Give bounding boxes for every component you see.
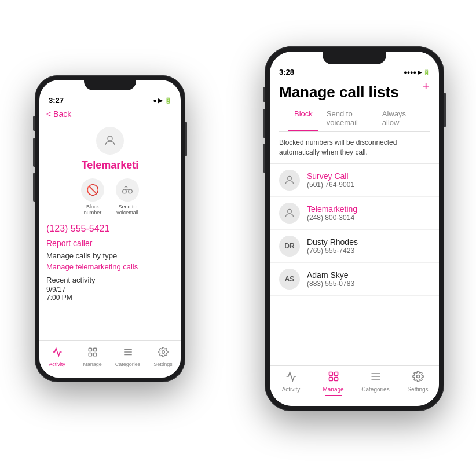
contact-name-adam: Adam Skye: [307, 270, 354, 280]
contact-row-telemarketing[interactable]: Telemarketing (248) 800-3014: [270, 197, 439, 230]
contact-name-back: Telemarketi: [82, 159, 139, 171]
settings-icon-front: [412, 371, 424, 385]
avatar-telemarketing: [279, 203, 300, 224]
svg-rect-5: [93, 348, 96, 351]
voicemail-icon: [116, 178, 139, 202]
tab-manage-back[interactable]: Manage: [75, 347, 110, 367]
contact-phone-dusty: (765) 555-7423: [307, 247, 358, 255]
settings-label-back: Settings: [153, 361, 173, 367]
manage-label-front: Manage: [323, 386, 343, 393]
tab-settings-back[interactable]: Settings: [145, 347, 181, 367]
svg-point-2: [129, 189, 133, 193]
tabs-row: Block Send to voicemail Always allow: [279, 106, 430, 132]
contact-info-dusty: Dusty Rhodes (765) 555-7423: [307, 237, 358, 255]
svg-point-1: [123, 189, 127, 193]
svg-rect-16: [329, 378, 332, 381]
voicemail-btn[interactable]: Send tovoicemail: [116, 178, 139, 215]
tab-categories-front[interactable]: Categories: [354, 371, 397, 393]
avatar-back: [96, 127, 124, 155]
activity-icon-back: [52, 347, 63, 360]
avatar-survey: [279, 170, 300, 191]
notice-text: Blocked numbers will be disconnected aut…: [270, 132, 439, 164]
recent-date: 9/9/17 7:00 PM: [46, 285, 72, 302]
time-back: 3:27: [49, 96, 64, 105]
activity-label-front: Activity: [282, 386, 301, 393]
svg-point-12: [288, 176, 292, 180]
tab-activity-back[interactable]: Activity: [39, 347, 75, 367]
status-icons-back: ● ▶ 🔋: [153, 97, 171, 104]
svg-point-13: [288, 209, 292, 213]
svg-point-21: [416, 375, 419, 378]
contact-phone-survey: (501) 764-9001: [307, 181, 354, 189]
tab-block[interactable]: Block: [288, 106, 318, 131]
categories-icon-front: [370, 371, 382, 385]
tab-categories-back[interactable]: Categories: [110, 347, 145, 367]
back-phone: 3:27 ● ▶ 🔋 < Back Telemarketi: [35, 75, 185, 382]
tab-always-allow[interactable]: Always allow: [376, 106, 418, 131]
settings-icon-back: [158, 347, 169, 360]
add-button[interactable]: +: [422, 79, 430, 94]
manage-icon-front: [328, 371, 339, 385]
front-phone: 3:28 ●●●● ▶ 🔋 + Manage call lists Block …: [265, 46, 444, 411]
time-front: 3:28: [279, 68, 294, 76]
svg-point-0: [108, 136, 112, 141]
svg-rect-17: [334, 378, 338, 381]
manage-icon-back: [87, 347, 98, 360]
avatar-dusty: DR: [279, 236, 300, 257]
contact-info-survey: Survey Call (501) 764-9001: [307, 171, 354, 189]
manage-active-indicator: [325, 395, 342, 396]
svg-rect-15: [334, 372, 338, 376]
svg-rect-7: [93, 353, 96, 356]
back-content: Telemarketi 🚫 Blocknumber: [39, 122, 181, 302]
tab-activity-front[interactable]: Activity: [270, 371, 312, 393]
svg-rect-6: [89, 353, 91, 356]
tab-bar-back: Activity Manage: [39, 340, 181, 378]
block-label: Blocknumber: [84, 204, 102, 215]
block-number-btn[interactable]: 🚫 Blocknumber: [81, 178, 104, 215]
svg-rect-14: [329, 372, 332, 376]
contact-name-dusty: Dusty Rhodes: [307, 237, 358, 247]
contact-row-survey[interactable]: Survey Call (501) 764-9001: [270, 164, 439, 197]
manage-type-label: Manage calls by type: [46, 251, 117, 260]
contact-name-telemarketing: Telemarketing: [307, 204, 357, 214]
tab-voicemail[interactable]: Send to voicemail: [321, 106, 374, 131]
categories-icon-back: [123, 347, 133, 360]
scene: 3:27 ● ▶ 🔋 < Back Telemarketi: [0, 0, 476, 476]
contact-phone-telemarketing: (248) 800-3014: [307, 214, 357, 222]
status-icons-front: ●●●● ▶ 🔋: [404, 69, 430, 75]
contact-row-adam[interactable]: AS Adam Skye (883) 555-0783: [270, 263, 439, 296]
avatar-adam: AS: [279, 269, 300, 290]
tab-bar-front: Activity Manage: [270, 365, 439, 406]
notch-back: [84, 80, 136, 90]
settings-label-front: Settings: [407, 386, 428, 393]
report-caller-link[interactable]: Report caller: [46, 239, 92, 248]
page-title: Manage call lists: [279, 83, 430, 101]
manage-label-back: Manage: [83, 361, 102, 367]
svg-rect-4: [89, 348, 91, 351]
notch-front: [323, 52, 386, 64]
back-nav: < Back: [39, 107, 181, 122]
contact-info-adam: Adam Skye (883) 555-0783: [307, 270, 354, 288]
page-header: + Manage call lists Block Send to voicem…: [270, 79, 439, 132]
activity-label-back: Activity: [49, 361, 65, 367]
manage-telemarketing-link[interactable]: Manage telemarketing calls: [46, 262, 138, 271]
contact-phone-adam: (883) 555-0783: [307, 280, 354, 288]
activity-icon-front: [285, 371, 297, 385]
svg-point-11: [162, 351, 164, 354]
categories-label-front: Categories: [361, 386, 389, 393]
back-link[interactable]: < Back: [46, 109, 174, 119]
categories-label-back: Categories: [115, 361, 141, 367]
voicemail-label: Send tovoicemail: [116, 204, 138, 215]
contact-info-telemarketing: Telemarketing (248) 800-3014: [307, 204, 357, 222]
action-buttons: 🚫 Blocknumber: [81, 178, 139, 215]
contact-name-survey: Survey Call: [307, 171, 354, 181]
recent-activity-label: Recent activity: [46, 276, 96, 284]
tab-settings-front[interactable]: Settings: [397, 371, 439, 393]
phone-number-back: (123) 555-5421: [46, 224, 109, 234]
contact-row-dusty[interactable]: DR Dusty Rhodes (765) 555-7423: [270, 230, 439, 263]
tab-manage-front[interactable]: Manage: [312, 371, 354, 396]
block-icon: 🚫: [81, 178, 104, 202]
